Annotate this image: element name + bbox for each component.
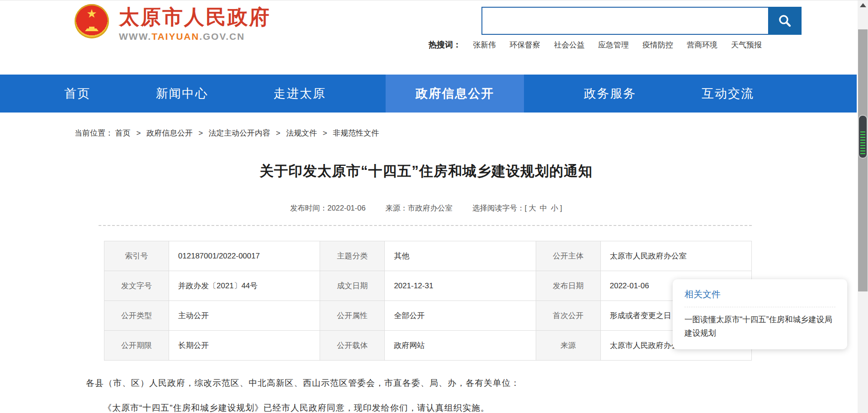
font-size-small[interactable]: 小 — [551, 204, 558, 212]
hot-word-link[interactable]: 应急管理 — [598, 40, 629, 50]
info-table-value-cell: 全部公开 — [385, 301, 536, 331]
info-table-label-cell: 发布日期 — [536, 271, 600, 301]
source-value: 市政府办公室 — [408, 204, 453, 212]
site-name: 太原市人民政府 — [119, 6, 271, 28]
popup-divider — [684, 307, 835, 307]
nav-item-services[interactable]: 政务服务 — [579, 75, 642, 113]
hot-word-link[interactable]: 环保督察 — [509, 40, 540, 50]
table-row: 发文字号 并政办发〔2021〕44号 成文日期 2021-12-31 发布日期 … — [104, 271, 752, 301]
breadcrumb: 当前位置： 首页 > 政府信息公开 > 法定主动公开内容 > 法规文件 > 非规… — [75, 128, 868, 138]
site-url-suffix: .GOV.CN — [199, 31, 245, 42]
breadcrumb-item-statutory[interactable]: 法定主动公开内容 — [209, 129, 270, 137]
scroll-up-icon[interactable] — [860, 3, 866, 7]
page: ★ 太原市人民政府 WWW.TAIYUAN.GOV.CN 热搜词： 张新伟 环保… — [0, 0, 868, 413]
source: 来源：市政府办公室 — [386, 203, 453, 213]
scrollbar-thumb[interactable] — [858, 29, 868, 291]
related-files-title: 相关文件 — [684, 288, 835, 300]
related-files-popup: 相关文件 一图读懂太原市“十四五”住房和城乡建设局建设规划 — [673, 279, 847, 349]
info-table-label-cell: 首次公开 — [536, 301, 600, 331]
info-table-label-cell: 公开类型 — [104, 301, 169, 331]
article-paragraph: 各县（市、区）人民政府，综改示范区、中北高新区、西山示范区管委会，市直各委、局、… — [86, 377, 746, 390]
search-box — [481, 7, 802, 35]
info-table-label-cell: 公开载体 — [320, 331, 385, 361]
info-table-label-cell: 发文字号 — [104, 271, 169, 301]
font-size-medium[interactable]: 中 — [540, 204, 547, 212]
article-title: 关于印发太原市“十四五”住房和城乡建设规划的通知 — [75, 162, 778, 181]
info-table-value-cell: 太原市人民政府办公室 — [600, 241, 751, 271]
site-logo[interactable]: ★ 太原市人民政府 WWW.TAIYUAN.GOV.CN — [75, 4, 271, 42]
table-row: 公开期限 长期公开 公开载体 政府网站 来源 太原市人民政府办公室 — [104, 331, 752, 361]
gate-icon — [85, 27, 99, 31]
scroll-indicator-stripes — [860, 131, 865, 156]
article-paragraph: 《太原市“十四五”住房和城乡建设规划》已经市人民政府同意，现印发给你们，请认真组… — [86, 402, 746, 413]
nav-item-home[interactable]: 首页 — [59, 75, 96, 113]
breadcrumb-separator: > — [136, 129, 141, 137]
hot-word-link[interactable]: 疫情防控 — [642, 40, 673, 50]
info-table-value-cell: 主动公开 — [169, 301, 320, 331]
site-header: ★ 太原市人民政府 WWW.TAIYUAN.GOV.CN 热搜词： 张新伟 环保… — [0, 0, 857, 75]
site-url: WWW.TAIYUAN.GOV.CN — [119, 31, 271, 42]
breadcrumb-separator: > — [276, 129, 280, 137]
national-emblem-icon: ★ — [75, 4, 109, 38]
hot-search-label: 热搜词： — [429, 39, 461, 50]
info-table-label-cell: 来源 — [536, 331, 600, 361]
breadcrumb-item-nonnormative[interactable]: 非规范性文件 — [333, 129, 379, 137]
search-icon — [777, 13, 793, 29]
hot-word-link[interactable]: 社会公益 — [554, 40, 585, 50]
source-label: 来源： — [386, 204, 408, 212]
star-icon: ★ — [86, 8, 97, 19]
info-table-value-cell: 并政办发〔2021〕44号 — [169, 271, 320, 301]
font-size-large[interactable]: 大 — [528, 204, 536, 212]
publish-time: 发布时间：2022-01-06 — [290, 203, 366, 213]
info-table-value-cell: 012187001/2022-00017 — [169, 241, 320, 271]
breadcrumb-label: 当前位置： — [75, 129, 113, 137]
dashed-divider — [99, 225, 752, 226]
breadcrumb-item-home[interactable]: 首页 — [115, 129, 131, 137]
hot-search-row: 热搜词： 张新伟 环保督察 社会公益 应急管理 疫情防控 营商环境 天气预报 — [429, 39, 775, 50]
nav-item-gov-info[interactable]: 政府信息公开 — [386, 75, 524, 113]
info-table-label-cell: 公开属性 — [320, 301, 385, 331]
info-table-value-cell: 长期公开 — [169, 331, 320, 361]
font-size-selector: 选择阅读字号：[大中小] — [472, 203, 562, 213]
site-url-prefix: WWW. — [119, 31, 151, 42]
breadcrumb-item-gov-info[interactable]: 政府信息公开 — [146, 129, 193, 137]
breadcrumb-separator: > — [198, 129, 203, 137]
info-table-label-cell: 成文日期 — [320, 271, 385, 301]
scroll-indicator — [858, 115, 868, 159]
info-table-label-cell: 主题分类 — [320, 241, 385, 271]
nav-item-interaction[interactable]: 互动交流 — [696, 75, 760, 113]
main-nav: 首页 新闻中心 走进太原 政府信息公开 政务服务 互动交流 — [0, 75, 857, 113]
font-size-label: 选择阅读字号： — [472, 204, 525, 212]
document-info-table: 索引号 012187001/2022-00017 主题分类 其他 公开主体 太原… — [104, 241, 752, 361]
hot-word-link[interactable]: 营商环境 — [687, 40, 717, 50]
info-table-label-cell: 公开主体 — [536, 241, 600, 271]
table-row: 公开类型 主动公开 公开属性 全部公开 首次公开 形成或者变更之日 — [104, 301, 752, 331]
bracket-close: ] — [560, 204, 562, 212]
hot-word-link[interactable]: 天气预报 — [731, 40, 762, 50]
site-url-highlight: TAIYUAN — [151, 31, 199, 42]
search-button[interactable] — [768, 7, 802, 35]
scrollbar[interactable] — [858, 0, 868, 413]
logo-text: 太原市人民政府 WWW.TAIYUAN.GOV.CN — [119, 4, 271, 42]
info-table-value-cell: 2021-12-31 — [385, 271, 536, 301]
search-input[interactable] — [482, 8, 770, 34]
bracket-open: [ — [525, 204, 527, 212]
publish-time-value: 2022-01-06 — [327, 204, 365, 212]
related-file-link[interactable]: 一图读懂太原市“十四五”住房和城乡建设局建设规划 — [684, 313, 835, 340]
breadcrumb-separator: > — [323, 129, 327, 137]
publish-time-label: 发布时间： — [290, 204, 328, 212]
table-row: 索引号 012187001/2022-00017 主题分类 其他 公开主体 太原… — [104, 241, 752, 271]
info-table-value-cell: 其他 — [385, 241, 536, 271]
info-table-label-cell: 公开期限 — [104, 331, 169, 361]
breadcrumb-item-regulations[interactable]: 法规文件 — [286, 129, 317, 137]
info-table-label-cell: 索引号 — [104, 241, 169, 271]
info-table-value-cell: 政府网站 — [385, 331, 536, 361]
article-meta: 发布时间：2022-01-06 来源：市政府办公室 选择阅读字号：[大中小] — [75, 203, 778, 213]
nav-item-news[interactable]: 新闻中心 — [150, 75, 213, 113]
hot-word-link[interactable]: 张新伟 — [473, 40, 496, 50]
nav-item-about[interactable]: 走进太原 — [268, 75, 331, 113]
article-content: 关于印发太原市“十四五”住房和城乡建设规划的通知 发布时间：2022-01-06… — [75, 162, 778, 413]
